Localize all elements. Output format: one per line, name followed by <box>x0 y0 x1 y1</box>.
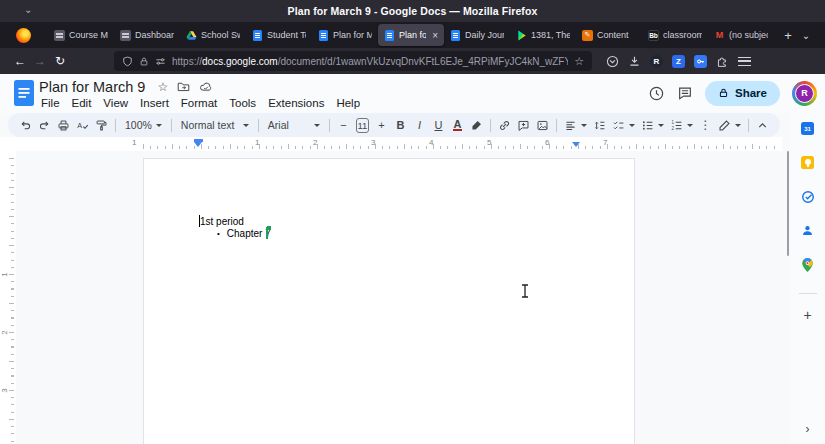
redo-button[interactable] <box>35 116 54 135</box>
tab-school-drive[interactable]: School Swe <box>180 24 246 46</box>
star-document-icon[interactable]: ☆ <box>157 80 168 94</box>
tab-daily-journal[interactable]: Daily Journ <box>444 24 510 46</box>
paint-format-button[interactable] <box>92 116 111 135</box>
extensions-puzzle-icon[interactable] <box>716 55 729 68</box>
pocket-icon[interactable] <box>606 55 619 68</box>
connection-lock-icon[interactable] <box>139 56 149 67</box>
tab-no-subject[interactable]: M (no subject) <box>708 24 774 46</box>
ruler-number: 1 <box>255 138 259 147</box>
tab-1381[interactable]: 1381, The Y <box>510 24 576 46</box>
forward-button[interactable]: → <box>30 51 50 71</box>
decrease-font-size-button[interactable]: − <box>334 116 353 135</box>
menu-view[interactable]: View <box>97 96 134 110</box>
undo-button[interactable] <box>16 116 35 135</box>
hide-menus-button[interactable] <box>753 116 772 135</box>
increase-font-size-button[interactable]: + <box>372 116 391 135</box>
close-tab-icon[interactable]: × <box>432 30 438 41</box>
document-status-cloud-icon[interactable] <box>199 80 213 93</box>
move-to-folder-icon[interactable] <box>177 80 190 93</box>
numbered-list-select[interactable]: 12 <box>667 116 696 135</box>
google-keep-icon[interactable] <box>800 155 815 170</box>
vertical-scrollbar-thumb[interactable] <box>787 151 790 256</box>
document-text-line[interactable]: 1st period <box>200 216 244 227</box>
tab-content[interactable]: ✎ Content <box>576 24 642 46</box>
italic-button[interactable]: I <box>410 116 429 135</box>
menu-insert[interactable]: Insert <box>134 96 175 110</box>
account-avatar[interactable]: R <box>792 81 817 106</box>
window-chevron-down-icon[interactable]: ⌄ <box>24 4 32 15</box>
font-select[interactable]: Arial <box>263 116 325 135</box>
text-color-button[interactable]: A <box>448 116 467 135</box>
insert-image-button[interactable] <box>533 116 552 135</box>
google-calendar-icon[interactable]: 31 <box>800 121 815 136</box>
url-domain: docs.google.com <box>202 56 278 67</box>
google-contacts-icon[interactable] <box>800 223 815 238</box>
share-button[interactable]: Share <box>705 81 780 106</box>
bullet-dot: • <box>217 228 220 240</box>
back-button[interactable]: ← <box>10 51 30 71</box>
tab-course-modules[interactable]: Course Mod <box>48 24 114 46</box>
menu-tools[interactable]: Tools <box>223 96 262 110</box>
chevron-down-icon <box>156 124 162 127</box>
tab-dashboard[interactable]: Dashboard <box>114 24 180 46</box>
document-page[interactable]: 1st period • Chapter 7 <box>143 158 635 444</box>
bulleted-list-select[interactable] <box>638 116 667 135</box>
permissions-icon[interactable] <box>155 56 166 67</box>
font-size-input[interactable]: 11 <box>356 118 369 133</box>
ruler-number: 5 <box>487 138 491 147</box>
version-history-icon[interactable] <box>648 85 665 102</box>
hide-side-panel-button[interactable]: › <box>806 422 810 436</box>
bookmark-star-icon[interactable]: ☆ <box>574 55 584 68</box>
tab-plan-for-march-active[interactable]: Plan for M × <box>378 24 444 46</box>
bullet-text: Chapter 7 <box>227 228 271 240</box>
horizontal-ruler: 1 1 2 3 4 5 6 7 <box>0 137 782 151</box>
document-bullet-line[interactable]: • Chapter 7 <box>217 228 271 240</box>
extension-r-icon[interactable]: R <box>650 55 663 68</box>
firefox-logo-icon[interactable] <box>16 28 31 43</box>
menu-format[interactable]: Format <box>175 96 223 110</box>
right-indent-marker[interactable] <box>572 142 580 147</box>
paragraph-styles-select[interactable]: Normal text <box>176 116 254 135</box>
app-menu-hamburger-icon[interactable] <box>738 57 751 66</box>
google-maps-icon[interactable] <box>800 257 815 272</box>
print-button[interactable] <box>54 116 73 135</box>
checklist-select[interactable] <box>609 116 638 135</box>
editing-pen-icon <box>718 119 731 132</box>
ruler-half-ticks <box>143 144 780 149</box>
downloads-icon[interactable] <box>628 55 641 68</box>
spelling-check-button[interactable]: A <box>73 116 92 135</box>
tracking-shield-icon[interactable] <box>122 56 133 67</box>
extension-z-icon[interactable]: Z <box>672 55 685 68</box>
tab-plan-for-march-other[interactable]: Plan for Ma <box>312 24 378 46</box>
add-comment-button[interactable] <box>514 116 533 135</box>
menu-extensions[interactable]: Extensions <box>262 96 330 110</box>
more-options-button[interactable]: ⋮ <box>696 116 715 135</box>
menu-help[interactable]: Help <box>330 96 366 110</box>
get-addons-button[interactable]: + <box>803 307 811 323</box>
extension-key-icon[interactable] <box>694 55 707 68</box>
bold-button[interactable]: B <box>391 116 410 135</box>
google-tasks-icon[interactable] <box>800 189 815 204</box>
content-pencil-favicon: ✎ <box>582 30 593 41</box>
list-all-tabs-button[interactable]: ⌄ <box>797 27 815 43</box>
underline-button[interactable]: U <box>429 116 448 135</box>
tab-label: classroom_ <box>663 30 702 40</box>
comment-history-icon[interactable] <box>677 85 693 101</box>
new-tab-button[interactable]: + <box>778 25 798 45</box>
google-docs-logo[interactable] <box>14 80 34 106</box>
left-indent-marker[interactable] <box>194 139 203 147</box>
reload-button[interactable]: ↻ <box>50 51 70 71</box>
url-bar[interactable]: https://docs.google.com/document/d/1wawn… <box>114 51 592 71</box>
tab-student-doc[interactable]: Student Te <box>246 24 312 46</box>
document-title[interactable]: Plan for March 9 <box>39 79 145 95</box>
zoom-select[interactable]: 100% <box>120 116 167 135</box>
menu-edit[interactable]: Edit <box>66 96 98 110</box>
editing-mode-select[interactable] <box>715 116 744 135</box>
menu-file[interactable]: File <box>35 96 66 110</box>
line-spacing-button[interactable] <box>590 116 609 135</box>
tab-label: Plan for M <box>399 30 426 40</box>
highlight-color-button[interactable] <box>467 116 486 135</box>
insert-link-button[interactable] <box>495 116 514 135</box>
align-select[interactable] <box>561 116 590 135</box>
tab-classroom[interactable]: Bb classroom_ <box>642 24 708 46</box>
